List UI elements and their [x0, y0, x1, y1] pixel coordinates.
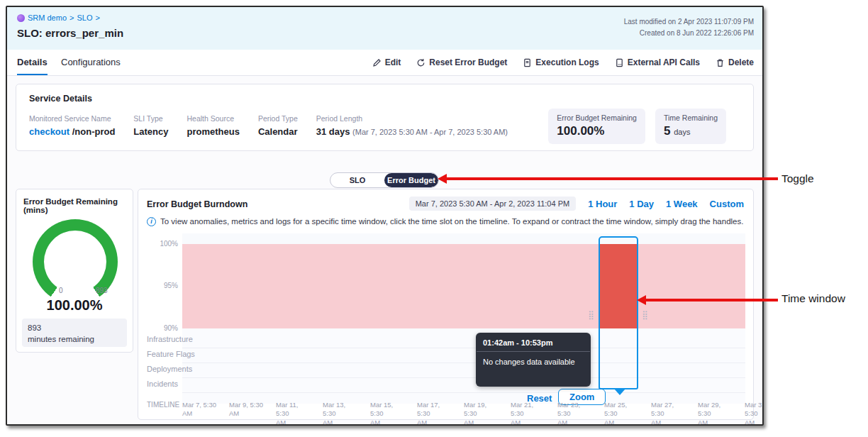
- field-sli-type: SLI Type Latency: [133, 114, 168, 137]
- date-range-chip[interactable]: Mar 7, 2023 5:30 AM - Apr 2, 2023 11:04 …: [409, 197, 576, 211]
- service-detail-fields: Monitored Service Name checkout /non-pro…: [29, 114, 508, 137]
- row-infrastructure: Infrastructure: [147, 335, 193, 343]
- timeline-tick: Mar 9, 5:30AM: [229, 401, 265, 419]
- field-monitored-service: Monitored Service Name checkout /non-pro…: [29, 114, 115, 137]
- burndown-controls: Mar 7, 2023 5:30 AM - Apr 2, 2023 11:04 …: [409, 197, 744, 211]
- timeline-tick: Mar 7, 5:30AM: [182, 401, 218, 419]
- delete-button[interactable]: Delete: [716, 57, 754, 67]
- toggle-option-slo[interactable]: SLO: [330, 173, 384, 187]
- timeline-tick: Mar 31, 5:30AM: [745, 401, 764, 426]
- monitored-service-link[interactable]: checkout: [29, 126, 69, 137]
- field-health-source: Health Source prometheus: [187, 114, 240, 137]
- ytick-100: 100%: [141, 240, 178, 248]
- tooltip-time-range: 01:42am - 10:53pm: [476, 333, 591, 351]
- gauge-title: Error Budget Remaining (mins): [23, 197, 133, 214]
- timeline-tick: Mar 19, 5:30AM: [464, 401, 499, 426]
- timestamps: Last modified on 2 Apr 2023 11:07:09 PM …: [624, 16, 754, 39]
- range-1-day[interactable]: 1 Day: [629, 199, 654, 209]
- timeline-tick: Mar 21, 5:30AM: [511, 401, 546, 426]
- breadcrumb-app[interactable]: SRM demo: [28, 13, 67, 22]
- annotation-arrowhead-toggle-icon: [438, 174, 447, 184]
- range-1-hour[interactable]: 1 Hour: [588, 199, 617, 209]
- timeline-tick: Mar 27, 5:30AM: [651, 401, 686, 426]
- gauge-max: 893: [96, 287, 108, 294]
- timeline-tick: Mar 13, 5:30AM: [323, 401, 358, 426]
- toggle-option-error-budget[interactable]: Error Budget: [384, 173, 438, 187]
- row-divider: [182, 363, 745, 363]
- tab-bar: Details Configurations Edit Reset Error …: [7, 50, 762, 76]
- field-period-type: Period Type Calendar: [258, 114, 298, 137]
- execution-logs-button[interactable]: Execution Logs: [523, 57, 599, 67]
- breadcrumb-separator: >: [95, 13, 99, 22]
- error-budget-band[interactable]: [182, 244, 745, 328]
- time-window[interactable]: [599, 236, 638, 389]
- external-api-calls-button[interactable]: External API Calls: [615, 57, 700, 67]
- error-budget-burndown-card: Error Budget Burndown Mar 7, 2023 5:30 A…: [138, 189, 754, 420]
- drag-handle-right[interactable]: ⣿: [642, 311, 648, 319]
- breadcrumb-separator: >: [69, 13, 74, 22]
- info-icon: i: [147, 217, 156, 226]
- annotation-arrow-time-window: [646, 299, 778, 302]
- annotation-toggle-label: Toggle: [781, 172, 814, 185]
- tooltip-body: No changes data available: [476, 352, 591, 372]
- breadcrumb[interactable]: SRM demo > SLO >: [17, 13, 100, 22]
- gauge-hole: [44, 231, 106, 293]
- document-icon: [523, 58, 532, 67]
- service-details-card: Service Details Monitored Service Name c…: [16, 84, 754, 151]
- harness-logo-icon: [17, 14, 25, 22]
- annotation-time-window-label: Time window: [781, 292, 845, 305]
- reset-error-budget-button[interactable]: Reset Error Budget: [416, 57, 507, 67]
- info-text: To view anomalies, metrics and logs for …: [160, 217, 743, 226]
- annotation-arrow-toggle: [447, 177, 778, 180]
- annotation-arrowhead-time-window-icon: [637, 295, 646, 305]
- edit-button[interactable]: Edit: [372, 57, 401, 67]
- timeline-tick: Mar 25, 5:30AM: [604, 401, 640, 426]
- ytick-90: 90%: [141, 324, 178, 332]
- last-modified: Last modified on 2 Apr 2023 11:07:09 PM: [624, 16, 754, 28]
- time-window-selection-fill: [600, 244, 637, 328]
- minutes-remaining-box: 893 minutes remaining: [22, 319, 127, 347]
- row-divider: [182, 348, 745, 348]
- breadcrumb-section[interactable]: SLO: [77, 13, 92, 22]
- range-custom[interactable]: Custom: [710, 199, 744, 209]
- field-period-length: Period Length 31 days (Mar 7, 2023 5:30 …: [316, 114, 508, 137]
- row-incidents: Incidents: [147, 380, 178, 388]
- timeline-tick: Mar 23, 5:30AM: [557, 401, 593, 426]
- timeline-tick: Mar 11, 5:30AM: [276, 401, 311, 426]
- timeline-tick: Mar 17, 5:30AM: [417, 401, 452, 426]
- drag-handle-left[interactable]: ⣿: [588, 311, 594, 319]
- minutes-remaining-value: 893: [28, 322, 121, 333]
- gauge-min: 0: [59, 287, 63, 294]
- tab-configurations[interactable]: Configurations: [61, 50, 121, 75]
- burndown-title: Error Budget Burndown: [147, 199, 247, 209]
- trash-icon: [716, 58, 725, 67]
- time-remaining-chip: Time Remaining 5 days: [655, 109, 726, 144]
- timeline-tick: Mar 29, 5:30AM: [698, 401, 733, 426]
- row-divider: [182, 392, 745, 393]
- page-title: SLO: errors_per_min: [17, 27, 123, 39]
- row-feature-flags: Feature Flags: [147, 350, 195, 358]
- minutes-remaining-label: minutes remaining: [28, 333, 121, 345]
- timeline-label: TIMELINE: [147, 401, 179, 409]
- chart-top-strip: [182, 233, 745, 244]
- reset-icon: [416, 58, 425, 67]
- created-on: Created on 8 Jun 2022 12:26:06 PM: [624, 28, 754, 39]
- time-window-pointer-icon: [614, 389, 625, 395]
- tab-details[interactable]: Details: [17, 50, 48, 75]
- info-banner: i To view anomalies, metrics and logs fo…: [147, 217, 743, 226]
- error-budget-remaining-chip: Error Budget Remaining 100.00%: [548, 109, 645, 144]
- screenshot-canvas: SRM demo > SLO > SLO: errors_per_min Las…: [0, 0, 868, 437]
- api-document-icon: [615, 58, 624, 67]
- row-deployments: Deployments: [147, 365, 192, 373]
- page-header: SRM demo > SLO > SLO: errors_per_min Las…: [7, 7, 762, 50]
- slo-error-budget-toggle[interactable]: SLO Error Budget: [330, 172, 439, 188]
- toolbar: Edit Reset Error Budget Execution Logs E…: [372, 50, 754, 75]
- error-budget-gauge-card: Error Budget Remaining (mins) 0 893 100.…: [16, 189, 133, 353]
- timeline-tick: Mar 15, 5:30AM: [370, 401, 406, 426]
- pencil-icon: [372, 58, 382, 67]
- row-divider: [182, 377, 745, 378]
- app-window: SRM demo > SLO > SLO: errors_per_min Las…: [6, 6, 764, 426]
- service-details-heading: Service Details: [29, 94, 92, 104]
- range-1-week[interactable]: 1 Week: [666, 199, 698, 209]
- summary-chips: Error Budget Remaining 100.00% Time Rema…: [548, 109, 726, 144]
